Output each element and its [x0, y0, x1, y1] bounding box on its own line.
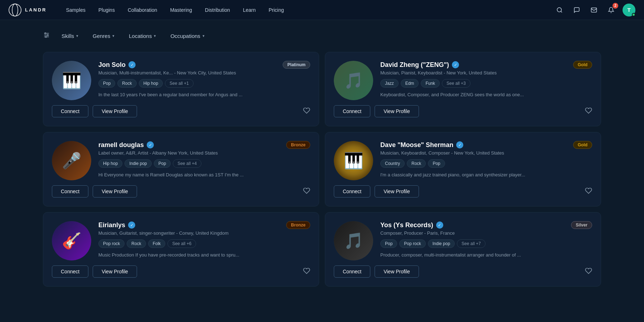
card-name: Jon Solo — [98, 61, 126, 69]
locations-filter[interactable]: Locations ▾ — [123, 30, 162, 42]
svg-rect-3 — [591, 8, 597, 12]
nav-pricing[interactable]: Pricing — [264, 5, 289, 15]
avatar: 🎵 — [334, 221, 373, 260]
view-profile-button[interactable]: View Profile — [375, 185, 419, 197]
card-subtitle: Musician, Multi-instrumentalist, Ke... -… — [98, 70, 310, 75]
favorite-button[interactable] — [303, 267, 310, 276]
tag-1: Pop rock — [399, 239, 425, 248]
tag-3: See all +3 — [442, 79, 470, 88]
favorite-button[interactable] — [303, 107, 310, 116]
card-header: 🎵 David Zheng ("ZENG") ✓ Gold Musician, … — [334, 61, 592, 100]
navbar-links: Samples Plugins Collaboration Mastering … — [61, 5, 554, 15]
card-name-row: David Zheng ("ZENG") ✓ Gold — [380, 61, 592, 69]
heart-icon — [303, 107, 310, 114]
tag-1: Rock — [127, 239, 146, 248]
tag-2: Pop — [154, 159, 171, 168]
avatar-image: 🎤 — [52, 141, 91, 180]
connect-button[interactable]: Connect — [334, 105, 370, 117]
tier-badge: Bronze — [286, 141, 310, 149]
card-subtitle: Musician, Guitarist, singer-songwriter -… — [98, 230, 310, 236]
view-profile-button[interactable]: View Profile — [375, 265, 419, 278]
heart-icon — [585, 187, 592, 194]
card-tags: Pop rockRockFolkSee all +6 — [98, 239, 310, 248]
card-tags: PopRockHip hopSee all +1 — [98, 79, 310, 88]
card-name-group: Yos (Ys Records) ✓ — [380, 221, 443, 229]
tag-3: See all +1 — [165, 79, 194, 88]
view-profile-button[interactable]: View Profile — [93, 185, 137, 197]
genres-chevron-icon: ▾ — [112, 34, 114, 38]
occupations-filter[interactable]: Occupations ▾ — [165, 30, 210, 42]
card-name-group: David Zheng ("ZENG") ✓ — [380, 61, 459, 69]
avatar: 🎵 — [334, 61, 373, 100]
chat-button[interactable] — [571, 4, 582, 16]
cards-grid: 🎹 Jon Solo ✓ Platinum Musician, Multi-in… — [43, 52, 601, 287]
mail-icon — [591, 7, 597, 13]
notifications-button[interactable]: 2 — [605, 4, 617, 16]
tier-badge: Bronze — [286, 221, 310, 229]
occupations-filter-label: Occupations — [170, 33, 200, 39]
nav-distribution[interactable]: Distribution — [200, 5, 235, 15]
nav-collaboration[interactable]: Collaboration — [123, 5, 162, 15]
search-button[interactable] — [554, 4, 565, 16]
svg-point-9 — [45, 36, 47, 37]
card-info: Yos (Ys Records) ✓ Silver Composer, Prod… — [380, 221, 592, 260]
heart-icon — [303, 267, 310, 274]
card-name-row: Jon Solo ✓ Platinum — [98, 61, 310, 69]
card-eirianlys: 🎸 Eirianlys ✓ Bronze Musician, Guitarist… — [43, 212, 319, 287]
svg-point-7 — [45, 33, 46, 34]
favorite-button[interactable] — [585, 267, 592, 276]
card-description: Producer, composer, multi-instrumentalis… — [380, 252, 592, 259]
card-yos-records: 🎵 Yos (Ys Records) ✓ Silver Composer, Pr… — [325, 212, 601, 287]
verified-icon: ✓ — [456, 141, 463, 148]
card-info: David Zheng ("ZENG") ✓ Gold Musician, Pi… — [380, 61, 592, 100]
tag-0: Jazz — [380, 79, 399, 88]
connect-button[interactable]: Connect — [52, 265, 88, 278]
tier-badge: Gold — [573, 61, 592, 69]
logo-text: LANDR — [25, 7, 47, 13]
favorite-button[interactable] — [585, 107, 592, 116]
verified-icon: ✓ — [436, 221, 443, 229]
nav-samples[interactable]: Samples — [61, 5, 91, 15]
chat-icon — [574, 7, 580, 13]
tag-2: Pop — [428, 159, 445, 168]
heart-icon — [585, 267, 592, 274]
genres-filter[interactable]: Genres ▾ — [87, 30, 120, 42]
tag-0: Pop — [380, 239, 397, 248]
tier-badge: Silver — [571, 221, 592, 229]
favorite-button[interactable] — [303, 187, 310, 196]
favorite-button[interactable] — [585, 187, 592, 196]
nav-learn[interactable]: Learn — [238, 5, 261, 15]
sliders-icon — [43, 31, 50, 39]
card-ramell-douglas: 🎤 ramell douglas ✓ Bronze Label owner, A… — [43, 132, 319, 206]
connect-button[interactable]: Connect — [334, 265, 370, 278]
connect-button[interactable]: Connect — [52, 185, 88, 197]
nav-mastering[interactable]: Mastering — [165, 5, 197, 15]
card-name: ramell douglas — [98, 141, 144, 149]
svg-point-8 — [47, 34, 48, 35]
user-avatar[interactable]: T — [623, 4, 635, 16]
genres-filter-label: Genres — [93, 33, 110, 39]
nav-plugins[interactable]: Plugins — [93, 5, 120, 15]
navbar-actions: 2 T — [554, 4, 635, 16]
card-header: 🎹 Jon Solo ✓ Platinum Musician, Multi-in… — [52, 61, 310, 100]
card-actions: Connect View Profile — [334, 185, 592, 197]
card-tags: JazzEdmFunkSee all +3 — [380, 79, 592, 88]
avatar-image: 🎸 — [52, 221, 91, 260]
connect-button[interactable]: Connect — [334, 185, 370, 197]
tag-3: See all +6 — [167, 239, 196, 248]
connect-button[interactable]: Connect — [52, 105, 88, 117]
card-description: I'm a classically and jazz trained piano… — [380, 171, 592, 179]
skills-filter[interactable]: Skills ▾ — [56, 30, 84, 42]
card-info: Dave "Moose" Sherman ✓ Gold Musician, Ke… — [380, 141, 592, 180]
view-profile-button[interactable]: View Profile — [375, 105, 419, 117]
logo[interactable]: LANDR — [9, 4, 47, 16]
filter-settings-button[interactable] — [43, 31, 50, 40]
tag-2: Folk — [148, 239, 166, 248]
view-profile-button[interactable]: View Profile — [93, 265, 137, 278]
card-name-group: Jon Solo ✓ — [98, 61, 136, 69]
mail-button[interactable] — [588, 4, 600, 16]
view-profile-button[interactable]: View Profile — [93, 105, 137, 117]
card-david-zheng: 🎵 David Zheng ("ZENG") ✓ Gold Musician, … — [325, 52, 601, 126]
card-name-row: Eirianlys ✓ Bronze — [98, 221, 310, 229]
card-name-group: ramell douglas ✓ — [98, 141, 154, 149]
